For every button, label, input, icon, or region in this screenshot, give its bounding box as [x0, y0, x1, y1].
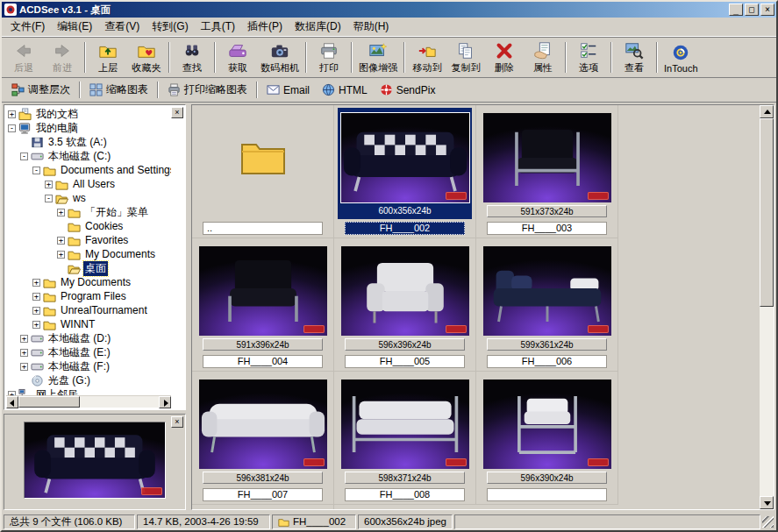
tree-item[interactable]: Cookies [6, 219, 171, 233]
scroll-up-button[interactable] [760, 105, 774, 118]
preview-pane-close-button[interactable]: × [171, 416, 183, 428]
tree-item[interactable]: + Favorites [6, 233, 171, 247]
toolbar-button[interactable]: 上层 [89, 39, 127, 76]
scrollbar-track[interactable] [80, 396, 159, 408]
tree-item[interactable]: 3.5 软盘 (A:) [6, 135, 171, 149]
maximize-button[interactable]: □ [745, 4, 759, 16]
tree-expander[interactable]: - [32, 167, 40, 174]
toolbar-button[interactable]: 收藏夹 [127, 39, 166, 76]
scrollbar-thumb[interactable] [760, 118, 774, 307]
tree-item[interactable]: - 我的电脑 [6, 121, 171, 135]
tree-expander[interactable]: + [32, 279, 40, 287]
thumbnail-name[interactable]: .. [203, 222, 323, 235]
tree-horizontal-scrollbar[interactable] [6, 395, 171, 408]
tree-item[interactable]: + 本地磁盘 (E:) [6, 345, 171, 359]
menu-item[interactable]: 数据库(D) [289, 18, 347, 36]
tree-item[interactable]: + 网上邻居 [6, 387, 171, 395]
tree-item[interactable]: + Program Files [6, 289, 171, 303]
tree-expander[interactable]: + [45, 181, 53, 188]
thumbnail-cell[interactable]: .. [192, 105, 334, 238]
menu-item[interactable]: 查看(V) [98, 18, 146, 36]
menu-item[interactable]: 插件(P) [241, 18, 289, 36]
thumbnail-name[interactable]: FH____003 [487, 222, 607, 235]
thumbnail-image[interactable] [483, 246, 611, 336]
toolbar-button[interactable]: SendPix [374, 81, 442, 99]
thumbnail-image-area[interactable]: 596x381x24b [196, 374, 330, 486]
toolbar-button[interactable]: 打印缩略图表 [161, 80, 253, 100]
tree-expander[interactable]: + [20, 349, 28, 357]
thumbnail-image[interactable] [341, 246, 469, 336]
tree-item[interactable]: + WINNT [6, 317, 171, 331]
thumbnail-image-area[interactable]: 598x371x24b [338, 374, 472, 486]
tree-expander[interactable]: + [57, 237, 65, 245]
tree-expander[interactable]: + [32, 307, 40, 315]
tree-expander[interactable]: - [8, 124, 16, 132]
tree-item[interactable]: + 「开始」菜单 [6, 205, 171, 219]
toolbar-button[interactable]: 获取 [218, 39, 257, 76]
scroll-down-button[interactable] [760, 496, 774, 509]
thumbnail-image[interactable] [199, 246, 327, 336]
tree-item[interactable]: 光盘 (G:) [6, 373, 171, 387]
thumbnail-cell[interactable]: 598x371x24b FH____008 [334, 372, 476, 505]
toolbar-button[interactable]: 前进 [43, 39, 82, 76]
menu-item[interactable]: 帮助(H) [347, 18, 396, 36]
tree-item[interactable]: - Documents and Settings [6, 163, 171, 177]
tree-item[interactable]: - 本地磁盘 (C:) [6, 149, 171, 163]
thumbnail-name[interactable]: FH____002 [345, 222, 465, 235]
minimize-button[interactable]: _ [729, 4, 743, 16]
scrollbar-thumb[interactable] [18, 396, 80, 408]
tree-item[interactable]: + 本地磁盘 (D:) [6, 331, 171, 345]
thumbnail-image[interactable] [341, 113, 469, 202]
scroll-right-button[interactable] [159, 396, 171, 408]
thumbnail-image-area[interactable]: 591x373x24b [480, 108, 614, 219]
scroll-left-button[interactable] [6, 396, 18, 408]
tree-expander[interactable]: + [32, 293, 40, 301]
toolbar-button[interactable]: 查看 [615, 39, 653, 76]
tree-expander[interactable]: + [32, 321, 40, 329]
toolbar-button[interactable]: 属性 [524, 39, 562, 76]
tree-expander[interactable]: - [20, 153, 28, 160]
toolbar-button[interactable]: 后退 [4, 39, 43, 76]
thumbnail-image[interactable] [341, 379, 469, 469]
tree-expander[interactable]: + [20, 335, 28, 343]
thumbnail-image-area[interactable]: 600x356x24b [338, 108, 472, 219]
thumbnail-vertical-scrollbar[interactable] [760, 105, 774, 509]
menu-item[interactable]: 编辑(E) [51, 18, 98, 36]
thumbnail-name[interactable]: FH____008 [345, 488, 465, 501]
menu-item[interactable]: 转到(G) [146, 18, 194, 36]
toolbar-button[interactable]: Email [261, 81, 316, 99]
tree-item[interactable]: + 我的文档 [6, 107, 171, 121]
thumbnail-image-area[interactable]: 586x403x24b [196, 507, 330, 509]
thumbnail-name[interactable] [487, 488, 607, 501]
thumbnail-image-area[interactable]: 596x390x24b [480, 374, 614, 486]
toolbar-button[interactable]: 删除 [485, 39, 524, 76]
thumbnail-cell[interactable]: 596x390x24b [476, 372, 618, 505]
thumbnail-image-area[interactable]: 591x396x24b [196, 241, 330, 352]
toolbar-button[interactable]: 图像增强 [355, 39, 401, 76]
thumbnail-cell[interactable]: 596x381x24b FH____007 [192, 372, 334, 505]
tree-item[interactable]: + My Documents [6, 247, 171, 261]
menu-item[interactable]: 工具(T) [195, 18, 241, 36]
toolbar-button[interactable]: 缩略图表 [83, 80, 154, 100]
thumbnail-cell[interactable]: 600x356x24b FH____002 [334, 105, 476, 238]
thumbnail-image[interactable] [199, 379, 327, 469]
thumbnail-image-area[interactable]: 596x396x24b [338, 241, 472, 352]
thumbnail-image-area[interactable] [196, 108, 330, 219]
tree-expander[interactable]: + [8, 110, 16, 118]
thumbnail-cell[interactable]: 586x403x24b [192, 505, 334, 509]
close-button[interactable]: × [760, 4, 774, 16]
toolbar-button[interactable]: 数码相机 [257, 39, 303, 76]
toolbar-button[interactable]: InTouch [660, 39, 702, 76]
toolbar-button[interactable]: HTML [316, 81, 374, 99]
thumbnail-name[interactable]: FH____004 [203, 355, 323, 368]
thumbnail-cell[interactable]: 599x361x24b FH____006 [476, 238, 618, 372]
thumbnail-name[interactable]: FH____005 [345, 355, 465, 368]
tree-expander[interactable]: + [20, 363, 28, 371]
tree-item[interactable]: 桌面 [6, 261, 171, 275]
thumbnail-name[interactable]: FH____006 [487, 355, 607, 368]
toolbar-button[interactable]: 调整层次 [5, 80, 76, 100]
thumbnail-cell[interactable]: 591x373x24b FH____003 [476, 105, 618, 238]
toolbar-button[interactable]: 查找 [173, 39, 211, 76]
tree-expander[interactable]: - [45, 195, 53, 202]
thumbnail-image[interactable] [483, 113, 611, 202]
